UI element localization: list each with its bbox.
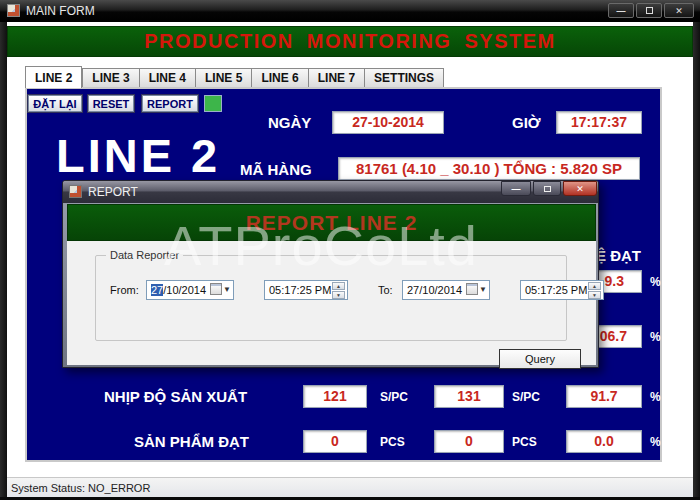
line-title: LINE 2: [56, 128, 220, 183]
to-date-picker[interactable]: 27/10/2014 ▼: [402, 280, 490, 300]
to-time-picker[interactable]: 05:17:25 PM ▲▼: [520, 280, 604, 300]
data-reporter-label: Data Reporter: [106, 249, 183, 261]
minimize-button[interactable]: —: [608, 3, 634, 18]
tab-line-5[interactable]: LINE 5: [196, 68, 252, 88]
main-window: MAIN FORM — ✕ PRODUCTION MONITORING SYST…: [0, 0, 700, 500]
tab-settings[interactable]: SETTINGS: [365, 68, 444, 88]
tab-line-6[interactable]: LINE 6: [252, 68, 308, 88]
banner: PRODUCTION MONITORING SYSTEM: [7, 26, 693, 57]
chevron-down-icon: ▼: [479, 285, 487, 294]
to-label: To:: [378, 284, 393, 296]
maximize-button[interactable]: [636, 3, 662, 18]
chevron-down-icon: ▼: [223, 285, 231, 294]
report-dialog-body: Data Reporter From: 27/10/2014 ▼ 05:17:2…: [67, 241, 596, 365]
product-pct-box: 0.0: [566, 430, 642, 453]
from-label: From:: [110, 284, 139, 296]
dat-lai-button[interactable]: ĐẶT LẠI: [28, 95, 82, 112]
dialog-minimize-icon: —: [512, 184, 521, 194]
report-dialog-titlebar[interactable]: REPORT — ✕: [63, 181, 598, 203]
report-dialog-header: REPORT LINE 2: [67, 204, 596, 241]
pace-value1-box: 121: [303, 385, 367, 408]
close-icon: ✕: [675, 6, 683, 16]
pace-pct-box: 91.7: [566, 385, 642, 408]
report-dialog-title: REPORT: [88, 185, 138, 199]
date-value-box: 27-10-2014: [332, 111, 444, 134]
dialog-minimize-button[interactable]: —: [501, 181, 531, 196]
app-icon: [7, 4, 20, 17]
tab-line-4[interactable]: LINE 4: [140, 68, 196, 88]
tab-strip: LINE 2 LINE 3 LINE 4 LINE 5 LINE 6 LINE …: [25, 66, 444, 88]
pace-value2-box: 131: [434, 385, 504, 408]
banner-title: PRODUCTION MONITORING SYSTEM: [144, 30, 555, 53]
pace-row-label: NHỊP ĐỘ SẢN XUẤT: [104, 388, 247, 405]
dialog-maximize-button[interactable]: [533, 181, 561, 196]
dialog-close-button[interactable]: ✕: [563, 181, 597, 196]
product-unit2: PCS: [512, 435, 537, 449]
product-unit1: PCS: [380, 435, 405, 449]
query-button[interactable]: Query: [499, 349, 581, 369]
report-dialog-icon: [69, 185, 82, 198]
pace-pct-unit: %: [650, 390, 661, 404]
status-text: System Status: NO_ERROR: [7, 482, 150, 494]
tab-line-7[interactable]: LINE 7: [309, 68, 365, 88]
close-button[interactable]: ✕: [664, 3, 694, 18]
product-value2-box: 0: [434, 430, 504, 453]
spinner-up-icon: ▲: [332, 282, 345, 290]
product-pct-unit: %: [650, 435, 661, 449]
date-label: NGÀY: [268, 114, 311, 131]
rate-header-partial: Ệ ĐẠT: [596, 247, 641, 264]
time-spinner[interactable]: ▲▼: [588, 282, 601, 298]
report-dialog-header-text: REPORT LINE 2: [246, 211, 418, 235]
window-left-border: [0, 22, 7, 500]
reset-button[interactable]: RESET: [88, 95, 134, 112]
report-button[interactable]: REPORT: [142, 95, 198, 112]
calendar-icon: [466, 283, 478, 295]
spinner-down-icon: ▼: [588, 291, 601, 299]
pace-unit2: S/PC: [512, 390, 540, 404]
data-reporter-group: Data Reporter From: 27/10/2014 ▼ 05:17:2…: [95, 255, 567, 341]
window-titlebar[interactable]: MAIN FORM — ✕: [0, 0, 700, 22]
from-time-picker[interactable]: 05:17:25 PM ▲▼: [264, 280, 348, 300]
time-label: GIỜ: [512, 114, 541, 131]
window-right-border: [693, 22, 700, 500]
code-value-box: 81761 (4.10 _ 30.10 ) TỔNG : 5.820 SP: [338, 157, 640, 180]
rate-row1-unit: %: [650, 275, 661, 289]
report-dialog: REPORT — ✕ REPORT LINE 2 Data Reporter F…: [62, 180, 599, 368]
calendar-icon: [210, 283, 222, 295]
tab-line-3[interactable]: LINE 3: [82, 68, 139, 88]
time-spinner[interactable]: ▲▼: [332, 282, 345, 298]
code-label: MÃ HÀNG: [240, 161, 312, 178]
status-bar: System Status: NO_ERROR: [7, 477, 693, 497]
tab-line-2[interactable]: LINE 2: [25, 66, 82, 88]
product-row-label: SẢN PHẨM ĐẠT: [134, 433, 249, 450]
window-title: MAIN FORM: [26, 4, 95, 18]
minimize-icon: —: [617, 6, 626, 16]
maximize-icon: [646, 7, 653, 14]
dialog-maximize-icon: [544, 186, 551, 192]
rate-row2-unit: %: [650, 330, 661, 344]
status-indicator: [204, 95, 222, 112]
spinner-up-icon: ▲: [588, 282, 601, 290]
pace-unit1: S/PC: [380, 390, 408, 404]
spinner-down-icon: ▼: [332, 291, 345, 299]
product-value1-box: 0: [303, 430, 367, 453]
time-value-box: 17:17:37: [556, 111, 642, 134]
dialog-close-icon: ✕: [576, 184, 584, 194]
from-date-picker[interactable]: 27/10/2014 ▼: [146, 280, 234, 300]
